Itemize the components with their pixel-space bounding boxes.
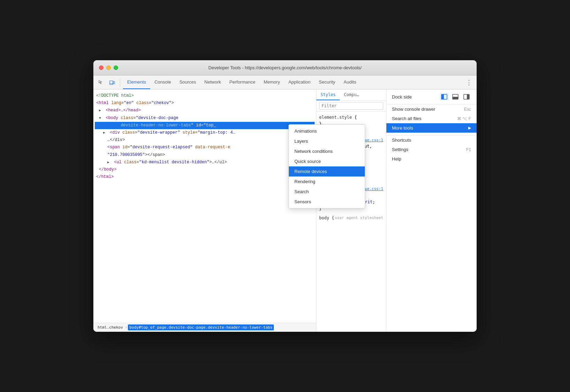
inspect-icon[interactable] [96, 78, 106, 87]
more-tools-layers[interactable]: Layers [289, 136, 365, 146]
dock-right-button[interactable] [462, 93, 471, 101]
device-icon[interactable] [107, 78, 117, 87]
svg-rect-8 [467, 94, 469, 99]
more-tools-item[interactable]: More tools ▶ [386, 123, 477, 133]
dock-icons [440, 93, 471, 101]
traffic-lights [99, 65, 118, 70]
devtools-main: <!DOCTYPE html> <html lang="en" class="c… [93, 89, 477, 332]
search-all-files-item[interactable]: Search all files ⌘ ⌥ F [386, 114, 477, 123]
tab-computed[interactable]: Compu… [340, 89, 363, 100]
title-bar: Developer Tools - https://developers.goo… [93, 60, 477, 76]
submenu-arrow-icon: ▶ [468, 126, 471, 130]
settings-item[interactable]: Settings F1 [386, 145, 477, 154]
more-tools-quick-source[interactable]: Quick source [289, 156, 365, 166]
help-item[interactable]: Help [386, 154, 477, 164]
more-tools-remote-devices[interactable]: Remote devices [289, 166, 365, 177]
dock-bottom-button[interactable] [451, 93, 460, 101]
html-line: ▶ <div class="devsite-wrapper" style="ma… [95, 129, 315, 136]
tab-styles[interactable]: Styles [316, 89, 340, 100]
tab-performance[interactable]: Performance [225, 76, 259, 89]
html-line: </html> [95, 173, 315, 181]
devtools-toolbar: Elements Console Sources Network Perform… [93, 76, 477, 89]
html-line: ▶ <head>…</head> [95, 107, 315, 114]
filter-input[interactable] [319, 102, 383, 110]
tab-audits[interactable]: Audits [339, 76, 360, 89]
tab-security[interactable]: Security [315, 76, 339, 89]
css-link-user-agent: user agent stylesheet [335, 215, 383, 221]
dock-label: Dock side [392, 94, 412, 100]
html-line: ▼ <body class="devsite-doc-page [95, 115, 315, 122]
breadcrumb-item[interactable]: html.chekov [96, 324, 124, 330]
dock-section: Dock side [386, 89, 477, 104]
toolbar-separator [120, 78, 120, 87]
tab-application[interactable]: Application [284, 76, 315, 89]
tab-console[interactable]: Console [150, 76, 175, 89]
tab-memory[interactable]: Memory [260, 76, 284, 89]
html-content[interactable]: <!DOCTYPE html> <html lang="en" class="c… [93, 89, 316, 323]
more-tools-search[interactable]: Search [289, 187, 365, 197]
devtools-window: Developer Tools - https://developers.goo… [93, 60, 477, 332]
html-line: ▶ <ul class="kd-menulist devsite-hidden"… [95, 159, 315, 166]
breadcrumb: html.chekov › body#top_of_page.devsite-d… [93, 323, 316, 332]
svg-rect-6 [453, 97, 458, 99]
selected-html-line[interactable]: devsite-header-no-lower-tabs" id="top_ [95, 122, 315, 129]
more-tools-menu[interactable]: Animations Layers Network conditions Qui… [288, 124, 365, 209]
menu-separator [386, 133, 477, 135]
more-tools-animations[interactable]: Animations [289, 126, 365, 136]
styles-tabs: Styles Compu… [316, 89, 386, 101]
html-line: <html lang="en" class="chekov"> [95, 100, 315, 107]
html-line: "210.700035095"></span> [95, 151, 315, 159]
more-tools-network-conditions[interactable]: Network conditions [289, 146, 365, 156]
html-line: </body> [95, 166, 315, 173]
html-line: <!DOCTYPE html> [95, 92, 315, 100]
more-options-button[interactable]: ⋮ [464, 78, 474, 87]
svg-rect-0 [110, 81, 113, 85]
style-rule: body { user agent stylesheet [319, 215, 383, 221]
tab-bar: Elements Console Sources Network Perform… [123, 76, 463, 89]
svg-rect-1 [113, 81, 115, 84]
minimize-button[interactable] [106, 65, 111, 70]
filter-bar [316, 101, 386, 111]
show-console-drawer-item[interactable]: Show console drawer Esc [386, 104, 477, 114]
breadcrumb-item-selected[interactable]: body#top_of_page.devsite-doc-page.devsit… [128, 324, 274, 330]
dock-left-button[interactable] [440, 93, 449, 101]
more-tools-rendering[interactable]: Rendering [289, 177, 365, 187]
close-button[interactable] [99, 65, 103, 70]
maximize-button[interactable] [114, 65, 118, 70]
svg-rect-4 [441, 94, 444, 99]
elements-panel: <!DOCTYPE html> <html lang="en" class="c… [93, 89, 316, 332]
right-panel: Dock side [386, 89, 477, 332]
tab-sources[interactable]: Sources [175, 76, 200, 89]
more-tools-sensors[interactable]: Sensors [289, 197, 365, 207]
html-line: …</div> [95, 136, 315, 144]
tab-network[interactable]: Network [200, 76, 225, 89]
html-line: <span id="devsite-request-elapsed" data-… [95, 144, 315, 151]
tab-elements[interactable]: Elements [123, 76, 150, 89]
window-title: Developer Tools - https://developers.goo… [208, 65, 362, 70]
shortcuts-item[interactable]: Shortcuts [386, 135, 477, 145]
